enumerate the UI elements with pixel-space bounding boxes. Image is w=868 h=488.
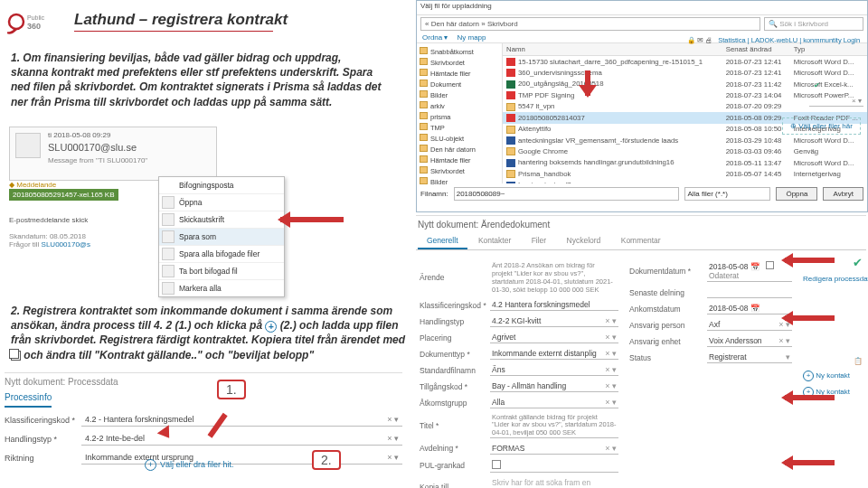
path-field[interactable]: « Den här datorn » Skrivbord bbox=[420, 17, 760, 31]
tab-nyckelord[interactable]: Nyckelord bbox=[558, 233, 610, 248]
procform-tab[interactable]: Processinfo bbox=[5, 390, 52, 408]
ctx-print[interactable]: Skickautskrift bbox=[159, 211, 284, 229]
file-row[interactable]: Google Chrome2018-03-03 09:46Genväg bbox=[503, 146, 867, 157]
arende-status[interactable]: Registrerat▾ bbox=[707, 352, 792, 363]
cancel-button[interactable]: Avbryt bbox=[823, 187, 863, 201]
upload-plus-icon: + bbox=[145, 459, 156, 471]
tree-node[interactable]: Dokument bbox=[420, 79, 499, 89]
q-link[interactable]: SLU000170@s bbox=[42, 240, 90, 249]
tree-node[interactable]: Skrivbordet bbox=[420, 57, 499, 68]
tree-node[interactable]: Hämtade filer bbox=[420, 68, 499, 79]
slu-header-links: 🔒 ✉ 🖨 Statistica | LADOK-webLU | konmmun… bbox=[687, 36, 868, 56]
tab-kontakter[interactable]: Kontakter bbox=[469, 233, 520, 248]
callout-2: 2. bbox=[312, 450, 341, 470]
folder-tree[interactable]: SnabbåtkomstSkrivbordetHämtade filerDoku… bbox=[417, 43, 503, 183]
nykontakt-link[interactable]: + Ny kontakt bbox=[803, 371, 863, 381]
email-date: ti 2018-05-08 09:29 bbox=[48, 131, 110, 139]
avatar bbox=[15, 133, 41, 158]
tree-node[interactable]: Bilder bbox=[420, 89, 499, 100]
arrow-to-1 bbox=[163, 418, 212, 444]
email-line1: E-postmeddelande skick bbox=[9, 216, 88, 224]
arende-kopia[interactable]: Skriv har för att söka fram en kontakt bbox=[490, 477, 618, 488]
arende-col2: Dokumentdatum *2018-05-08 📅 Odaterat Sen… bbox=[629, 256, 792, 488]
arende-share[interactable] bbox=[707, 286, 792, 298]
arrow-saveas bbox=[280, 213, 362, 224]
tree-node[interactable]: arkiv bbox=[420, 100, 499, 111]
tab-generellt[interactable]: Generellt bbox=[418, 233, 467, 249]
arende-hand[interactable]: 4.2-2 KGI-kvitt× ▾ bbox=[490, 315, 618, 327]
tab-kommentar[interactable]: Kommentar bbox=[612, 233, 670, 248]
ctx-selectall[interactable]: Markera alla bbox=[159, 280, 284, 296]
step2-c: och ändra till "Kontrakt gällande.." och… bbox=[21, 349, 314, 361]
arende-klass[interactable]: 4.2 Hantera forskningsmedel bbox=[490, 299, 618, 311]
tree-node[interactable]: TMP bbox=[420, 122, 499, 133]
outlook-preview: ti 2018-05-08 09:29 SLU000170@slu.se Mes… bbox=[9, 127, 217, 181]
arrow-to-file bbox=[580, 70, 595, 107]
file-row[interactable]: 360_undervisningsschema2018-07-23 12:41M… bbox=[503, 67, 867, 78]
arende-atk[interactable]: Alla× ▾ bbox=[490, 397, 618, 408]
arende-pul[interactable] bbox=[490, 459, 618, 473]
tree-node[interactable]: Bilder bbox=[420, 176, 499, 187]
file-row[interactable]: Invoice_testmaf22011-01-21 11:43XML-doku… bbox=[503, 180, 867, 183]
plus-circle-icon: + bbox=[265, 321, 277, 333]
meddelande-label: ◆ Meddelande bbox=[9, 181, 56, 189]
attachment-tag[interactable]: 2018050805291457-xel.165 KB bbox=[9, 189, 118, 201]
tree-node[interactable]: SLU-objekt bbox=[420, 133, 499, 144]
tab-filer[interactable]: Filer bbox=[523, 233, 556, 248]
slu-check: ✔ bbox=[814, 81, 863, 89]
slu-dropdown[interactable]: × ▾ bbox=[809, 96, 863, 107]
arende-sidebar: ✔ Redigera processdata 📋 + Ny kontakt + … bbox=[803, 256, 863, 488]
file-row[interactable]: 200_utgångsläg_201605182018-07-23 11:42M… bbox=[503, 79, 867, 89]
slu-upload[interactable]: ⊕ Välj eller filer här bbox=[782, 117, 861, 135]
filetype-field[interactable]: Alla filer (*.*) bbox=[684, 187, 770, 201]
organise-btn[interactable]: Ordna ▾ bbox=[422, 33, 448, 42]
step-2-text: 2. Registrera kontraktet som inkommande … bbox=[11, 304, 409, 362]
selectall-icon bbox=[162, 282, 175, 295]
upload-strip[interactable]: +Välj eller dra filer hit. bbox=[145, 459, 234, 471]
redigera-link[interactable]: Redigera processdata bbox=[803, 275, 863, 283]
filename-label: Filnamn: bbox=[420, 190, 448, 198]
tree-node[interactable]: Hämtade filer bbox=[420, 155, 499, 165]
klass-field[interactable]: 4.2 - Hantera forskningsmedel× ▾ bbox=[81, 413, 402, 427]
file-row[interactable]: hantering boksemds handlingar.grundutbil… bbox=[503, 157, 867, 168]
arende-plac[interactable]: Agrivet× ▾ bbox=[490, 332, 618, 343]
ctx-open[interactable]: Öppna bbox=[159, 194, 284, 211]
open-button[interactable]: Öppna bbox=[776, 187, 817, 201]
ctx-saveall[interactable]: Spara alla bifogade filer bbox=[159, 246, 284, 263]
ctx-header: Bifogningsposta bbox=[159, 177, 284, 194]
arende-title[interactable]: Kontrakt gällande bidrag för projekt "Li… bbox=[490, 413, 618, 438]
print-icon bbox=[162, 213, 175, 226]
tree-node[interactable]: Skrivbordet bbox=[420, 165, 499, 176]
copy-title-icon[interactable]: 📋 bbox=[803, 357, 863, 365]
procform-header: Nytt dokument: Processdata bbox=[5, 373, 402, 390]
arende-tilg[interactable]: Bay - Allmän handling× ▾ bbox=[490, 380, 618, 392]
hand-field[interactable]: 4.2-2 Inte-be-del× ▾ bbox=[81, 432, 402, 446]
tree-node[interactable]: prisma bbox=[420, 111, 499, 122]
file-row[interactable]: 15-15730 slutachart_darre_360_pdfcapenin… bbox=[503, 56, 867, 68]
tree-node[interactable]: Snabbåtkomst bbox=[420, 46, 499, 57]
email-details: ◆ Meddelande 2018050805291457-xel.165 KB… bbox=[9, 181, 154, 249]
rikt-label: Riktning bbox=[5, 454, 81, 463]
saveall-icon bbox=[162, 248, 175, 260]
ctx-saveas[interactable]: Spara som bbox=[159, 229, 284, 246]
arende-header: Nytt dokument: Ärendedokument bbox=[416, 216, 866, 233]
step-1-text: 1. Om finansiering beviljas, både vad gä… bbox=[11, 51, 382, 109]
arende-enhet[interactable]: Voix Andersson× ▾ bbox=[707, 335, 792, 347]
arende-dtyp[interactable]: Inkommande externt distanplig× ▾ bbox=[490, 348, 618, 360]
svg-point-0 bbox=[9, 14, 24, 29]
arende-std[interactable]: Äns× ▾ bbox=[490, 364, 618, 376]
tree-node[interactable]: Den här datorn bbox=[420, 144, 499, 155]
file-row[interactable]: Prisma_handbok2018-05-07 14:45Internetge… bbox=[503, 168, 867, 179]
ctx-remove[interactable]: Ta bort bifogad fil bbox=[159, 263, 284, 280]
page-title: Lathund – registrera kontrakt bbox=[74, 11, 288, 29]
filename-field[interactable]: 20180508089~ bbox=[454, 187, 680, 201]
newfolder-btn[interactable]: Ny mapp bbox=[457, 33, 486, 42]
search-field[interactable]: 🔍 Sök i Skrivbord bbox=[764, 17, 863, 31]
arende-avdel[interactable]: FORMAS× ▾ bbox=[490, 443, 618, 455]
context-menu: Bifogningsposta Öppna Skickautskrift Spa… bbox=[158, 176, 285, 297]
copy-icon bbox=[11, 351, 21, 361]
rikt-field[interactable]: Inkommande externt ursprung× ▾ bbox=[81, 451, 402, 465]
arende-desc: Änt 2018-2 Ansökan om bidrag för projekt… bbox=[490, 260, 618, 295]
file-row[interactable]: anteckningslar VR_gemensamt_-förstudende… bbox=[503, 135, 867, 145]
file-list[interactable]: Namn Senast ändrad Typ 15-15730 slutacha… bbox=[503, 43, 867, 183]
